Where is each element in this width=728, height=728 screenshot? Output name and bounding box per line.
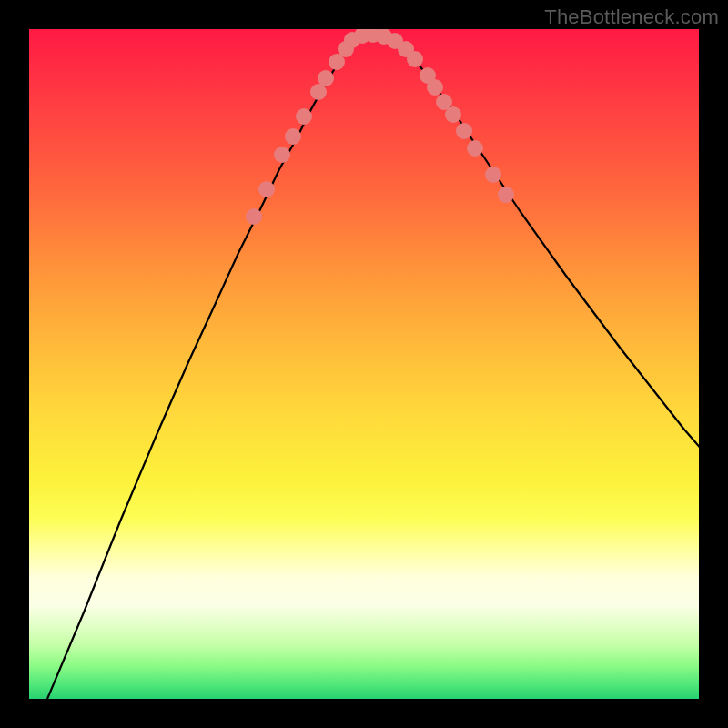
curve-marker — [427, 79, 443, 96]
curve-marker — [445, 106, 461, 123]
curve-marker — [296, 108, 312, 125]
curve-marker — [456, 123, 472, 139]
curve-markers — [246, 29, 514, 225]
curve-marker — [246, 208, 262, 225]
bottleneck-curve — [47, 36, 699, 699]
curve-marker — [407, 51, 423, 67]
curve-marker — [485, 167, 501, 183]
chart-svg — [29, 29, 699, 699]
curve-marker — [258, 181, 275, 197]
curve-marker — [274, 147, 290, 163]
curve-marker — [318, 70, 334, 86]
attribution-text: TheBottleneck.com — [544, 5, 719, 29]
curve-marker — [498, 187, 514, 203]
curve-marker — [285, 128, 301, 145]
chart-frame: TheBottleneck.com — [0, 0, 728, 728]
plot-area — [29, 29, 699, 699]
curve-marker — [467, 140, 483, 157]
